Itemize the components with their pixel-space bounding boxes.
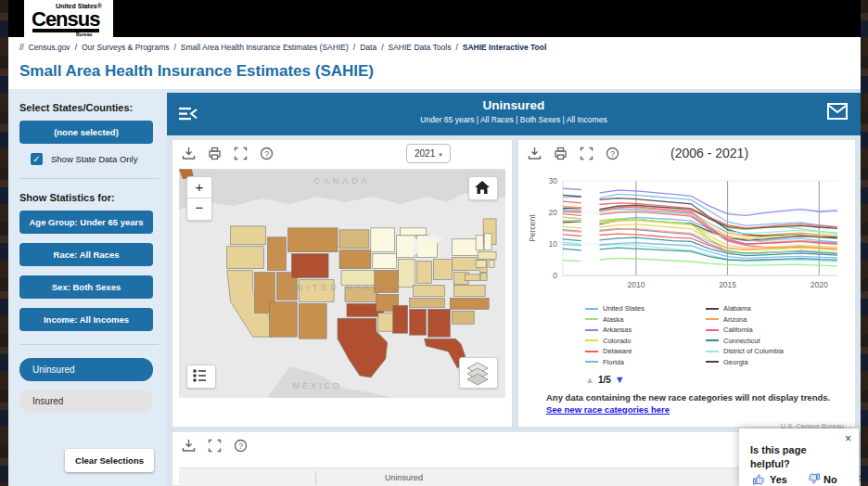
state-SC[interactable] — [452, 311, 474, 324]
us-choropleth-map[interactable]: CANADAUNITED STATESMÉXICO + − — [179, 169, 505, 398]
state-CT[interactable] — [476, 261, 486, 268]
state-VA[interactable] — [453, 285, 485, 296]
state-PA[interactable] — [452, 258, 478, 271]
state-MI[interactable] — [401, 228, 427, 236]
print-icon[interactable] — [554, 147, 568, 160]
svg-text:?: ? — [610, 148, 615, 158]
download-icon[interactable] — [182, 439, 196, 453]
census-logo[interactable]: United States® Census Bureau — [24, 0, 113, 37]
legend-item-alaska[interactable]: Alaska — [585, 314, 706, 326]
state-AL[interactable] — [410, 309, 427, 335]
map-legend-button[interactable] — [186, 364, 216, 389]
close-icon[interactable]: × — [845, 432, 851, 445]
legend-item-arizona[interactable]: Arizona — [706, 314, 845, 326]
svg-text:?: ? — [264, 148, 269, 158]
map-zoom-in-button[interactable]: + — [186, 176, 212, 199]
help-icon[interactable]: ? — [606, 147, 619, 160]
legend-page-indicator: 1/5 — [598, 375, 611, 385]
feedback-no-button[interactable]: No — [806, 472, 837, 486]
state-AZ[interactable] — [269, 301, 297, 337]
state-IN[interactable] — [417, 262, 432, 284]
stat-button-4[interactable]: Income: All Incomes — [19, 308, 153, 331]
state-ND[interactable] — [339, 230, 369, 249]
print-icon[interactable] — [208, 147, 222, 160]
none-selected-button[interactable]: (none selected) — [19, 121, 153, 144]
state-NM[interactable] — [299, 303, 326, 339]
map-zoom-out-button[interactable]: − — [186, 198, 212, 221]
state-MN[interactable] — [371, 228, 395, 252]
stat-button-1[interactable]: Age Group: Under 65 years — [19, 211, 153, 234]
mail-icon[interactable] — [827, 103, 848, 120]
feedback-yes-button[interactable]: Yes — [752, 472, 787, 486]
help-icon[interactable]: ? — [260, 147, 274, 160]
legend-item-united-states[interactable]: United States — [585, 303, 706, 314]
legend-item-florida[interactable]: Florida — [585, 357, 706, 368]
state-NH[interactable] — [484, 234, 491, 250]
breadcrumb-link-1[interactable]: Census.gov — [29, 43, 70, 52]
clear-selections-button[interactable]: Clear Selections — [65, 449, 154, 472]
state-OR[interactable] — [227, 247, 264, 269]
state-WA[interactable] — [231, 226, 266, 245]
map-home-button[interactable] — [468, 176, 498, 200]
legend-item-delaware[interactable]: Delaware — [585, 346, 706, 357]
state-MD[interactable] — [465, 275, 479, 281]
state-TN[interactable] — [410, 298, 445, 307]
state-MA[interactable] — [478, 252, 496, 260]
download-icon[interactable] — [528, 147, 542, 160]
year-select[interactable]: 2021▾ — [406, 144, 451, 163]
show-state-data-only-checkbox[interactable]: ✓ — [31, 153, 43, 165]
stat-button-3[interactable]: Sex: Both Sexes — [19, 275, 153, 299]
state-GA[interactable] — [428, 309, 450, 337]
legend-label: California — [723, 326, 753, 334]
state-WY[interactable] — [291, 254, 328, 278]
show-state-data-only-label: Show State Data Only — [51, 154, 137, 164]
measure-pill-uninsured[interactable]: Uninsured — [19, 358, 153, 381]
legend-item-georgia[interactable]: Georgia — [706, 357, 845, 368]
state-KY[interactable] — [414, 285, 445, 296]
state-NY[interactable] — [452, 239, 479, 256]
thumbs-up-icon — [752, 472, 767, 486]
sidebar-divider — [19, 344, 159, 345]
great-lakes — [425, 235, 441, 244]
measure-pill-insured[interactable]: Insured — [19, 390, 153, 413]
state-IL[interactable] — [399, 260, 415, 288]
stat-button-2[interactable]: Race: All Races — [19, 243, 153, 266]
legend-swatch — [585, 318, 598, 320]
legend-item-connecticut[interactable]: Connecticut — [706, 336, 845, 347]
fullscreen-icon[interactable] — [208, 439, 222, 453]
feedback-no-label: No — [823, 474, 837, 485]
legend-item-colorado[interactable]: Colorado — [585, 336, 706, 347]
legend-page-down-icon[interactable]: ▼ — [615, 374, 625, 385]
breadcrumb-link-6[interactable]: SAHIE Interactive Tool — [463, 43, 547, 52]
map-toolbar: ? 2021▾ — [172, 140, 512, 166]
legend-item-california[interactable]: California — [706, 325, 845, 336]
breadcrumb-link-5[interactable]: SAHIE Data Tools — [389, 43, 452, 52]
breadcrumb-link-2[interactable]: Our Surveys & Programs — [82, 43, 169, 52]
breadcrumb-separator: / — [353, 43, 355, 52]
legend-label: District of Columbia — [723, 347, 784, 355]
fullscreen-icon[interactable] — [234, 147, 248, 160]
state-MT[interactable] — [287, 228, 338, 252]
state-ID[interactable] — [267, 237, 286, 271]
legend-item-district-of-columbia[interactable]: District of Columbia — [706, 346, 845, 357]
state-MS[interactable] — [393, 305, 408, 333]
state-VT[interactable] — [476, 236, 483, 250]
state-OH[interactable] — [433, 260, 452, 280]
download-icon[interactable] — [182, 147, 196, 160]
map-layers-button[interactable] — [459, 357, 498, 389]
state-IA[interactable] — [373, 254, 397, 269]
breadcrumb-link-4[interactable]: Data — [360, 43, 377, 52]
legend-swatch — [585, 308, 598, 310]
state-DE[interactable] — [480, 274, 487, 281]
legend-page-up-icon[interactable]: ▲ — [585, 375, 594, 385]
help-icon[interactable]: ? — [234, 439, 248, 453]
state-SD[interactable] — [339, 250, 371, 269]
breadcrumb-link-3[interactable]: Small Area Health Insurance Estimates (S… — [181, 43, 349, 52]
legend-item-alabama[interactable]: Alabama — [706, 303, 845, 314]
state-RI[interactable] — [489, 261, 494, 268]
legend-swatch — [706, 329, 719, 331]
state-NC[interactable] — [450, 298, 489, 309]
legend-item-arkansas[interactable]: Arkansas — [585, 325, 706, 336]
new-race-categories-link[interactable]: See new race categories here — [546, 404, 670, 415]
fullscreen-icon[interactable] — [580, 147, 594, 160]
